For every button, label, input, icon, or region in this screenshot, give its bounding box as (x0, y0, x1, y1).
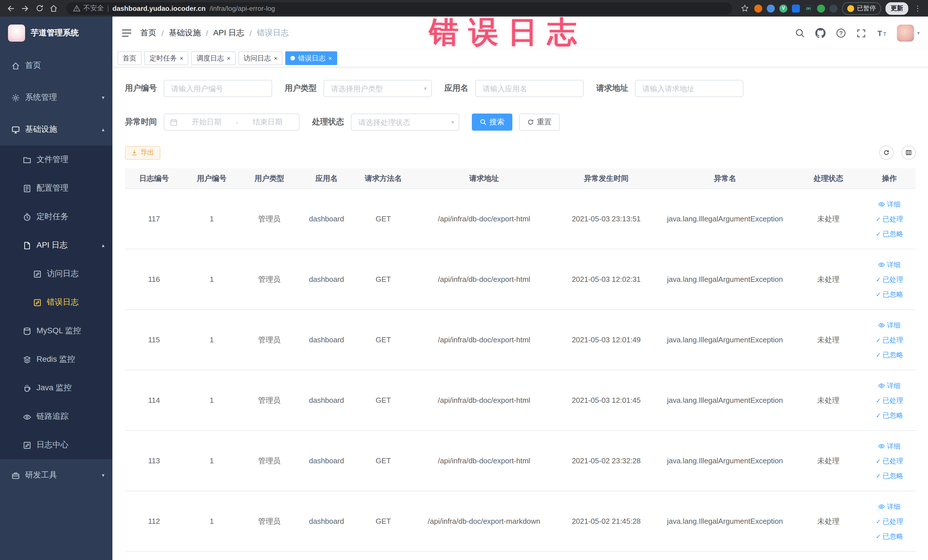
ignored-link[interactable]: ✓已忽略 (865, 226, 913, 241)
extension-icon-4[interactable] (792, 4, 800, 12)
sidebar-item-job[interactable]: 定时任务 (0, 203, 112, 231)
reset-button[interactable]: 重置 (519, 113, 560, 131)
sidebar-item-redis[interactable]: Redis 监控 (0, 345, 112, 374)
sidebar-item-error-log[interactable]: 错误日志 (0, 288, 112, 317)
forward-icon[interactable] (20, 3, 30, 14)
sidebar-item-trace[interactable]: 链路追踪 (0, 402, 112, 431)
app-name-input[interactable] (475, 80, 584, 97)
error-log-table: 日志编号 用户编号 用户类型 应用名 请求方法名 请求地址 异常发生时间 异常名… (125, 168, 916, 552)
request-url-input[interactable] (635, 80, 743, 97)
search-icon[interactable] (795, 27, 805, 38)
processed-link[interactable]: ✓已处理 (865, 453, 913, 468)
tab-access-log[interactable]: 访问日志× (238, 51, 283, 65)
processed-link[interactable]: ✓已处理 (865, 514, 913, 529)
detail-link[interactable]: 详细 (865, 378, 913, 393)
github-icon[interactable] (815, 27, 826, 38)
date-range-picker[interactable]: 开始日期 - 结束日期 (164, 113, 299, 131)
cell-log-id: 117 (125, 189, 183, 249)
sidebar-item-config[interactable]: 配置管理 (0, 174, 112, 203)
url-host: dashboard.yudao.iocoder.cn (112, 4, 206, 12)
font-size-icon[interactable]: TT (877, 27, 887, 38)
processed-link[interactable]: ✓已处理 (865, 333, 913, 347)
fullscreen-icon[interactable] (856, 27, 867, 38)
tab-home[interactable]: 首页 (118, 51, 142, 65)
breadcrumb-item[interactable]: 基础设施 (169, 28, 201, 38)
ignored-link[interactable]: ✓已忽略 (865, 529, 913, 543)
col-app-name: 应用名 (298, 168, 354, 189)
home-icon[interactable] (49, 3, 59, 14)
cell-url: /api/infra/db-doc/export-html (412, 249, 556, 310)
log-file-icon (23, 241, 31, 250)
sidebar-item-home[interactable]: 首页 (0, 50, 112, 82)
cell-method: GET (355, 249, 412, 310)
export-button[interactable]: 导出 (125, 146, 160, 159)
back-icon[interactable] (6, 3, 16, 14)
extension-icon-6[interactable] (817, 4, 825, 12)
check-icon: ✓ (876, 272, 881, 287)
cell-user-id: 1 (183, 310, 240, 370)
browser-menu-icon[interactable]: ⋮ (913, 4, 923, 12)
extension-icon-7[interactable] (830, 4, 838, 12)
hamburger-icon[interactable] (121, 27, 132, 39)
security-warning[interactable]: 不安全 (73, 3, 104, 13)
user-menu[interactable]: ▾ (897, 24, 920, 42)
sidebar-item-dev-tools[interactable]: 研发工具 ▾ (0, 459, 112, 491)
process-status-select[interactable] (351, 113, 459, 131)
processed-link[interactable]: ✓已处理 (865, 272, 913, 287)
processed-link[interactable]: ✓已处理 (865, 211, 913, 226)
tab-error-log[interactable]: 错误日志× (285, 51, 337, 65)
ignored-link[interactable]: ✓已忽略 (865, 468, 913, 483)
cell-time: 2021-05-03 23:13:51 (556, 189, 656, 249)
sidebar-item-access-log[interactable]: 访问日志 (0, 259, 112, 288)
extension-icon-5[interactable]: on (804, 4, 812, 12)
cell-user-id: 1 (183, 249, 240, 310)
reload-icon[interactable] (34, 3, 44, 14)
refresh-button[interactable] (879, 145, 893, 160)
chrome-update-button[interactable]: 更新 (885, 2, 908, 15)
extension-icon-1[interactable] (754, 4, 762, 12)
sidebar-item-log-center[interactable]: 日志中心 (0, 431, 112, 459)
sidebar-item-system[interactable]: 系统管理 ▾ (0, 82, 112, 113)
detail-link[interactable]: 详细 (865, 197, 913, 211)
search-icon (480, 119, 487, 125)
address-bar[interactable]: 不安全 dashboard.yudao.iocoder.cn/infra/log… (66, 2, 732, 15)
sidebar-item-api-log[interactable]: API 日志 ▴ (0, 231, 112, 259)
breadcrumb: 首页 / 基础设施 / API 日志 / 错误日志 (140, 28, 289, 38)
extension-icon-2[interactable] (767, 4, 775, 12)
breadcrumb-item[interactable]: 首页 (140, 28, 156, 38)
processed-link[interactable]: ✓已处理 (865, 393, 913, 407)
avatar (897, 24, 914, 42)
extension-icon-3[interactable]: V (779, 4, 788, 12)
tab-job-log[interactable]: 调度日志× (191, 51, 236, 65)
close-icon[interactable]: × (274, 55, 278, 62)
cell-method: GET (355, 310, 412, 370)
help-icon[interactable]: ? (836, 27, 846, 38)
logo[interactable]: 芋道管理系统 (0, 17, 112, 50)
cell-status: 未处理 (794, 491, 863, 551)
sidebar-item-java[interactable]: Java 监控 (0, 374, 112, 402)
cell-log-id: 115 (125, 310, 183, 370)
detail-link[interactable]: 详细 (865, 438, 913, 453)
breadcrumb-item[interactable]: API 日志 (214, 28, 244, 38)
close-icon[interactable]: × (227, 55, 230, 62)
sidebar-item-mysql[interactable]: MySQL 监控 (0, 317, 112, 345)
paused-badge[interactable]: 已暂停 (842, 2, 881, 15)
sidebar-item-file[interactable]: 文件管理 (0, 145, 112, 174)
close-icon[interactable]: × (180, 55, 183, 62)
sidebar-item-infra[interactable]: 基础设施 ▴ (0, 113, 112, 145)
ignored-link[interactable]: ✓已忽略 (865, 287, 913, 302)
user-id-input[interactable] (164, 80, 272, 97)
detail-link[interactable]: 详细 (865, 317, 913, 333)
grid-icon (905, 150, 912, 156)
detail-link[interactable]: 详细 (865, 499, 913, 514)
ignored-link[interactable]: ✓已忽略 (865, 407, 913, 423)
bookmark-star-icon[interactable] (739, 3, 750, 14)
user-type-select[interactable] (324, 80, 432, 97)
close-icon[interactable]: × (328, 55, 332, 62)
tab-job[interactable]: 定时任务× (144, 51, 189, 65)
column-settings-button[interactable] (902, 145, 916, 160)
cell-time: 2021-05-02 23:32:28 (556, 430, 656, 491)
detail-link[interactable]: 详细 (865, 257, 913, 272)
ignored-link[interactable]: ✓已忽略 (865, 347, 913, 362)
search-button[interactable]: 搜索 (472, 113, 512, 131)
